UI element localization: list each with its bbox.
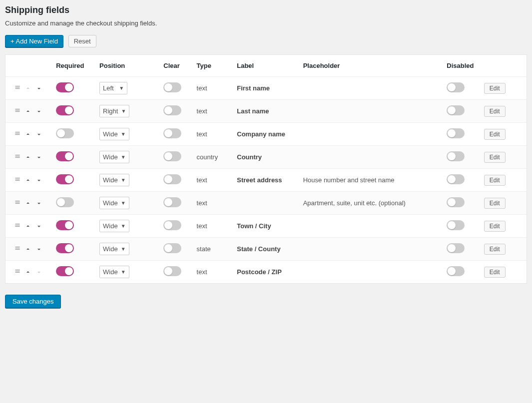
position-select[interactable]: Wide ▼ [99, 243, 129, 255]
disabled-toggle[interactable] [447, 266, 465, 276]
required-toggle[interactable] [56, 220, 74, 230]
clear-toggle[interactable] [163, 151, 181, 161]
position-select[interactable]: Wide ▼ [99, 197, 129, 209]
label-text: First name [237, 84, 270, 92]
required-toggle[interactable] [56, 151, 74, 161]
required-toggle[interactable] [56, 266, 74, 276]
type-text: text [197, 107, 207, 115]
move-down-button[interactable] [35, 246, 42, 253]
move-down-button[interactable] [35, 108, 42, 115]
fields-panel: Required Position Clear Type Label Place… [5, 54, 527, 284]
position-select[interactable]: Wide ▼ [99, 174, 129, 186]
disabled-toggle[interactable] [447, 243, 465, 253]
disabled-toggle[interactable] [447, 174, 465, 184]
disabled-toggle[interactable] [447, 82, 465, 92]
clear-toggle[interactable] [163, 220, 181, 230]
edit-button[interactable]: Edit [484, 152, 506, 163]
label-text: Street address [237, 176, 282, 184]
move-up-button[interactable] [24, 223, 31, 230]
save-changes-button[interactable]: Save changes [5, 295, 61, 308]
move-down-button[interactable] [35, 154, 42, 161]
drag-handle-icon[interactable] [14, 222, 20, 230]
edit-button[interactable]: Edit [484, 175, 506, 186]
disabled-toggle[interactable] [447, 220, 465, 230]
drag-handle-icon[interactable] [14, 268, 20, 276]
table-row: Left ▼ textFirst nameEdit [5, 77, 527, 100]
label-text: State / County [237, 245, 280, 253]
clear-toggle[interactable] [163, 105, 181, 115]
required-toggle[interactable] [56, 105, 74, 115]
drag-handle-icon[interactable] [14, 130, 20, 138]
position-select[interactable]: Wide ▼ [99, 151, 129, 163]
move-up-button[interactable] [24, 154, 31, 161]
move-up-button[interactable] [24, 131, 31, 138]
move-down-button[interactable] [35, 223, 42, 230]
move-down-button[interactable] [35, 85, 42, 92]
position-value: Wide [103, 199, 118, 207]
clear-toggle[interactable] [163, 197, 181, 207]
edit-button[interactable]: Edit [484, 221, 506, 232]
caret-down-icon: ▼ [121, 246, 126, 252]
position-value: Right [103, 107, 118, 115]
position-select[interactable]: Wide ▼ [99, 266, 129, 278]
add-new-field-button[interactable]: + Add New Field [5, 35, 63, 47]
drag-handle-icon[interactable] [14, 107, 20, 115]
disabled-toggle[interactable] [447, 105, 465, 115]
required-toggle[interactable] [56, 174, 74, 184]
move-up-button[interactable] [24, 108, 31, 115]
type-text: country [197, 153, 218, 161]
edit-button[interactable]: Edit [484, 267, 506, 278]
table-row: Wide ▼ countryCountryEdit [5, 146, 527, 169]
move-down-button[interactable] [35, 131, 42, 138]
position-value: Wide [103, 268, 118, 276]
position-select[interactable]: Wide ▼ [99, 128, 129, 140]
type-text: text [197, 84, 207, 92]
edit-button[interactable]: Edit [484, 244, 506, 255]
disabled-toggle[interactable] [447, 128, 465, 138]
col-header-clear: Clear [159, 55, 192, 77]
clear-toggle[interactable] [163, 174, 181, 184]
position-select[interactable]: Wide ▼ [99, 220, 129, 232]
clear-toggle[interactable] [163, 243, 181, 253]
label-text: Town / City [237, 222, 271, 230]
move-up-button[interactable] [24, 269, 31, 276]
table-row: Wide ▼ textApartment, suite, unit etc. (… [5, 192, 527, 215]
disabled-toggle[interactable] [447, 197, 465, 207]
clear-toggle[interactable] [163, 128, 181, 138]
required-toggle[interactable] [56, 82, 74, 92]
position-value: Left [103, 84, 114, 92]
clear-toggle[interactable] [163, 266, 181, 276]
col-header-disabled: Disabled [443, 55, 480, 77]
required-toggle[interactable] [56, 243, 74, 253]
drag-handle-icon[interactable] [14, 84, 20, 92]
edit-button[interactable]: Edit [484, 198, 506, 209]
required-toggle[interactable] [56, 197, 74, 207]
position-select[interactable]: Left ▼ [99, 82, 127, 94]
type-text: text [197, 268, 207, 276]
caret-down-icon: ▼ [121, 131, 126, 137]
position-select[interactable]: Right ▼ [99, 105, 129, 117]
move-down-button[interactable] [35, 200, 42, 207]
move-up-button[interactable] [24, 246, 31, 253]
label-text: Company name [237, 130, 285, 138]
reset-button[interactable]: Reset [68, 35, 96, 47]
clear-toggle[interactable] [163, 82, 181, 92]
position-value: Wide [103, 130, 118, 138]
type-text: text [197, 199, 207, 207]
move-up-button[interactable] [24, 200, 31, 207]
col-header-type: Type [193, 55, 233, 77]
table-row: Wide ▼ textStreet addressHouse number an… [5, 169, 527, 192]
fields-table: Required Position Clear Type Label Place… [5, 55, 527, 283]
edit-button[interactable]: Edit [484, 129, 506, 140]
edit-button[interactable]: Edit [484, 106, 506, 117]
drag-handle-icon[interactable] [14, 176, 20, 184]
drag-handle-icon[interactable] [14, 245, 20, 253]
disabled-toggle[interactable] [447, 151, 465, 161]
drag-handle-icon[interactable] [14, 153, 20, 161]
required-toggle[interactable] [56, 128, 74, 138]
edit-button[interactable]: Edit [484, 83, 506, 94]
table-row: Right ▼ textLast nameEdit [5, 100, 527, 123]
move-down-button[interactable] [35, 177, 42, 184]
move-up-button[interactable] [24, 177, 31, 184]
drag-handle-icon[interactable] [14, 199, 20, 207]
